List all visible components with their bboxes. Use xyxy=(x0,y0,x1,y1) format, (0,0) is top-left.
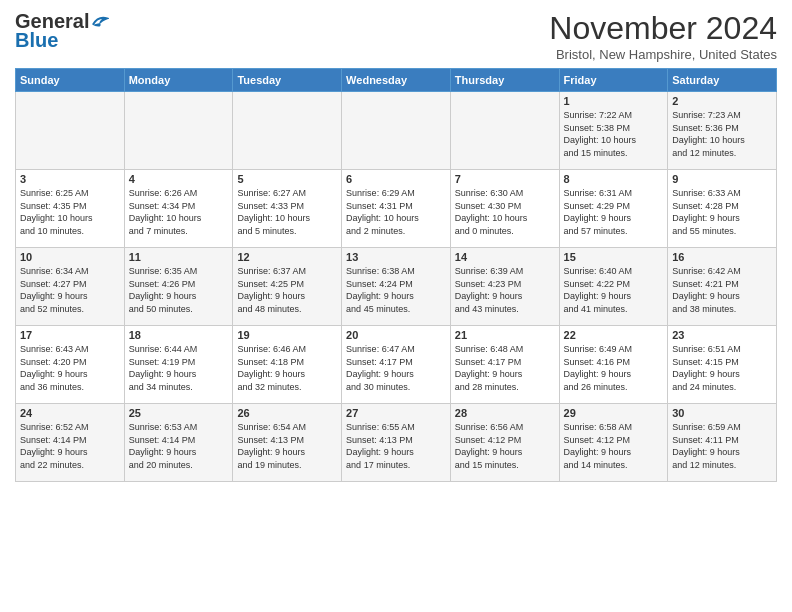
day-info: Sunrise: 6:35 AM Sunset: 4:26 PM Dayligh… xyxy=(129,266,198,314)
month-title: November 2024 xyxy=(549,10,777,47)
day-info: Sunrise: 6:43 AM Sunset: 4:20 PM Dayligh… xyxy=(20,344,89,392)
week-row-1: 3Sunrise: 6:25 AM Sunset: 4:35 PM Daylig… xyxy=(16,170,777,248)
col-header-thursday: Thursday xyxy=(450,69,559,92)
day-cell: 29Sunrise: 6:58 AM Sunset: 4:12 PM Dayli… xyxy=(559,404,668,482)
day-cell: 22Sunrise: 6:49 AM Sunset: 4:16 PM Dayli… xyxy=(559,326,668,404)
day-cell: 18Sunrise: 6:44 AM Sunset: 4:19 PM Dayli… xyxy=(124,326,233,404)
col-header-friday: Friday xyxy=(559,69,668,92)
day-number: 4 xyxy=(129,173,229,185)
day-cell: 7Sunrise: 6:30 AM Sunset: 4:30 PM Daylig… xyxy=(450,170,559,248)
title-section: November 2024 Bristol, New Hampshire, Un… xyxy=(549,10,777,62)
col-header-wednesday: Wednesday xyxy=(342,69,451,92)
week-row-2: 10Sunrise: 6:34 AM Sunset: 4:27 PM Dayli… xyxy=(16,248,777,326)
day-number: 12 xyxy=(237,251,337,263)
day-info: Sunrise: 6:59 AM Sunset: 4:11 PM Dayligh… xyxy=(672,422,741,470)
day-number: 3 xyxy=(20,173,120,185)
day-info: Sunrise: 6:46 AM Sunset: 4:18 PM Dayligh… xyxy=(237,344,306,392)
day-number: 10 xyxy=(20,251,120,263)
day-cell: 27Sunrise: 6:55 AM Sunset: 4:13 PM Dayli… xyxy=(342,404,451,482)
col-header-sunday: Sunday xyxy=(16,69,125,92)
day-cell: 24Sunrise: 6:52 AM Sunset: 4:14 PM Dayli… xyxy=(16,404,125,482)
day-cell: 15Sunrise: 6:40 AM Sunset: 4:22 PM Dayli… xyxy=(559,248,668,326)
day-info: Sunrise: 6:52 AM Sunset: 4:14 PM Dayligh… xyxy=(20,422,89,470)
day-info: Sunrise: 6:53 AM Sunset: 4:14 PM Dayligh… xyxy=(129,422,198,470)
page: General Blue November 2024 Bristol, New … xyxy=(0,0,792,492)
day-cell: 25Sunrise: 6:53 AM Sunset: 4:14 PM Dayli… xyxy=(124,404,233,482)
day-number: 28 xyxy=(455,407,555,419)
day-cell xyxy=(124,92,233,170)
day-number: 21 xyxy=(455,329,555,341)
day-info: Sunrise: 6:40 AM Sunset: 4:22 PM Dayligh… xyxy=(564,266,633,314)
day-cell xyxy=(233,92,342,170)
day-cell: 19Sunrise: 6:46 AM Sunset: 4:18 PM Dayli… xyxy=(233,326,342,404)
day-cell: 2Sunrise: 7:23 AM Sunset: 5:36 PM Daylig… xyxy=(668,92,777,170)
week-row-4: 24Sunrise: 6:52 AM Sunset: 4:14 PM Dayli… xyxy=(16,404,777,482)
day-number: 22 xyxy=(564,329,664,341)
logo: General Blue xyxy=(15,10,109,52)
day-cell: 8Sunrise: 6:31 AM Sunset: 4:29 PM Daylig… xyxy=(559,170,668,248)
day-info: Sunrise: 6:33 AM Sunset: 4:28 PM Dayligh… xyxy=(672,188,741,236)
header: General Blue November 2024 Bristol, New … xyxy=(15,10,777,62)
day-number: 29 xyxy=(564,407,664,419)
col-header-tuesday: Tuesday xyxy=(233,69,342,92)
day-cell: 23Sunrise: 6:51 AM Sunset: 4:15 PM Dayli… xyxy=(668,326,777,404)
day-number: 9 xyxy=(672,173,772,185)
day-cell: 16Sunrise: 6:42 AM Sunset: 4:21 PM Dayli… xyxy=(668,248,777,326)
day-cell xyxy=(450,92,559,170)
day-info: Sunrise: 6:31 AM Sunset: 4:29 PM Dayligh… xyxy=(564,188,633,236)
day-info: Sunrise: 6:47 AM Sunset: 4:17 PM Dayligh… xyxy=(346,344,415,392)
day-cell: 1Sunrise: 7:22 AM Sunset: 5:38 PM Daylig… xyxy=(559,92,668,170)
day-cell: 21Sunrise: 6:48 AM Sunset: 4:17 PM Dayli… xyxy=(450,326,559,404)
day-info: Sunrise: 6:44 AM Sunset: 4:19 PM Dayligh… xyxy=(129,344,198,392)
col-header-saturday: Saturday xyxy=(668,69,777,92)
day-cell: 5Sunrise: 6:27 AM Sunset: 4:33 PM Daylig… xyxy=(233,170,342,248)
day-number: 19 xyxy=(237,329,337,341)
day-info: Sunrise: 6:38 AM Sunset: 4:24 PM Dayligh… xyxy=(346,266,415,314)
day-cell: 6Sunrise: 6:29 AM Sunset: 4:31 PM Daylig… xyxy=(342,170,451,248)
col-header-monday: Monday xyxy=(124,69,233,92)
day-cell: 14Sunrise: 6:39 AM Sunset: 4:23 PM Dayli… xyxy=(450,248,559,326)
day-cell xyxy=(342,92,451,170)
day-info: Sunrise: 7:23 AM Sunset: 5:36 PM Dayligh… xyxy=(672,110,745,158)
day-cell: 10Sunrise: 6:34 AM Sunset: 4:27 PM Dayli… xyxy=(16,248,125,326)
day-number: 6 xyxy=(346,173,446,185)
day-cell: 30Sunrise: 6:59 AM Sunset: 4:11 PM Dayli… xyxy=(668,404,777,482)
day-number: 30 xyxy=(672,407,772,419)
day-cell xyxy=(16,92,125,170)
day-info: Sunrise: 6:29 AM Sunset: 4:31 PM Dayligh… xyxy=(346,188,419,236)
day-info: Sunrise: 6:25 AM Sunset: 4:35 PM Dayligh… xyxy=(20,188,93,236)
location: Bristol, New Hampshire, United States xyxy=(549,47,777,62)
day-cell: 26Sunrise: 6:54 AM Sunset: 4:13 PM Dayli… xyxy=(233,404,342,482)
day-info: Sunrise: 6:30 AM Sunset: 4:30 PM Dayligh… xyxy=(455,188,528,236)
day-info: Sunrise: 6:39 AM Sunset: 4:23 PM Dayligh… xyxy=(455,266,524,314)
day-cell: 4Sunrise: 6:26 AM Sunset: 4:34 PM Daylig… xyxy=(124,170,233,248)
day-number: 8 xyxy=(564,173,664,185)
day-cell: 11Sunrise: 6:35 AM Sunset: 4:26 PM Dayli… xyxy=(124,248,233,326)
day-number: 27 xyxy=(346,407,446,419)
day-number: 14 xyxy=(455,251,555,263)
day-info: Sunrise: 6:51 AM Sunset: 4:15 PM Dayligh… xyxy=(672,344,741,392)
day-info: Sunrise: 6:26 AM Sunset: 4:34 PM Dayligh… xyxy=(129,188,202,236)
day-number: 2 xyxy=(672,95,772,107)
day-number: 25 xyxy=(129,407,229,419)
day-number: 1 xyxy=(564,95,664,107)
day-number: 23 xyxy=(672,329,772,341)
day-number: 16 xyxy=(672,251,772,263)
week-row-0: 1Sunrise: 7:22 AM Sunset: 5:38 PM Daylig… xyxy=(16,92,777,170)
day-number: 20 xyxy=(346,329,446,341)
day-number: 5 xyxy=(237,173,337,185)
day-info: Sunrise: 6:48 AM Sunset: 4:17 PM Dayligh… xyxy=(455,344,524,392)
day-cell: 20Sunrise: 6:47 AM Sunset: 4:17 PM Dayli… xyxy=(342,326,451,404)
day-number: 24 xyxy=(20,407,120,419)
day-cell: 17Sunrise: 6:43 AM Sunset: 4:20 PM Dayli… xyxy=(16,326,125,404)
day-cell: 3Sunrise: 6:25 AM Sunset: 4:35 PM Daylig… xyxy=(16,170,125,248)
day-number: 26 xyxy=(237,407,337,419)
header-row: SundayMondayTuesdayWednesdayThursdayFrid… xyxy=(16,69,777,92)
day-info: Sunrise: 6:34 AM Sunset: 4:27 PM Dayligh… xyxy=(20,266,89,314)
day-info: Sunrise: 6:49 AM Sunset: 4:16 PM Dayligh… xyxy=(564,344,633,392)
calendar-table: SundayMondayTuesdayWednesdayThursdayFrid… xyxy=(15,68,777,482)
day-cell: 13Sunrise: 6:38 AM Sunset: 4:24 PM Dayli… xyxy=(342,248,451,326)
day-info: Sunrise: 6:42 AM Sunset: 4:21 PM Dayligh… xyxy=(672,266,741,314)
day-number: 11 xyxy=(129,251,229,263)
day-number: 18 xyxy=(129,329,229,341)
